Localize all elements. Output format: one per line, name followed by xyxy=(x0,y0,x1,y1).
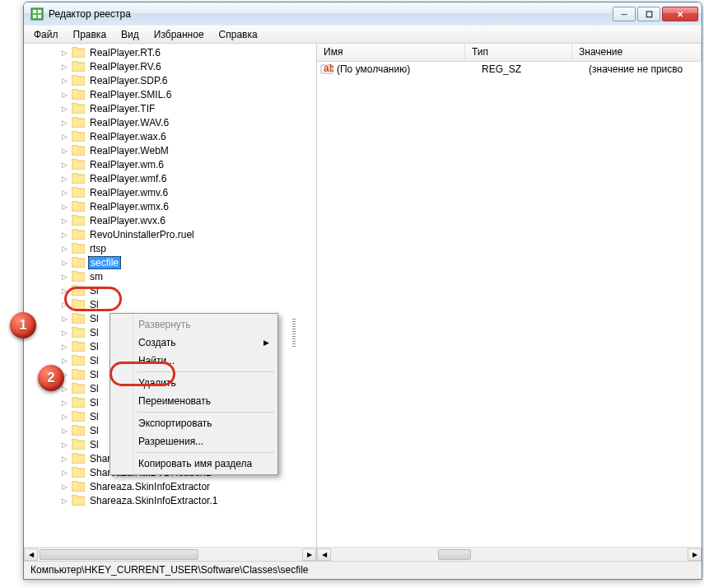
close-button[interactable]: ✕ xyxy=(662,7,698,21)
tree-item[interactable]: ▷RealPlayer.wm.6 xyxy=(27,157,316,171)
value-row-default[interactable]: ab (По умолчанию) REG_SZ (значение не пр… xyxy=(317,62,702,77)
menu-favorites[interactable]: Избранное xyxy=(147,27,211,42)
expand-icon[interactable]: ▷ xyxy=(60,441,68,449)
expand-icon[interactable]: ▷ xyxy=(60,217,68,225)
tree-item-label[interactable]: RevoUninstallerPro.ruel xyxy=(88,229,196,240)
tree-item-label[interactable]: Sl xyxy=(88,341,100,352)
ctx-export[interactable]: Экспортировать xyxy=(112,414,276,432)
tree-item[interactable]: ▷RealPlayer.SDP.6 xyxy=(27,73,316,87)
tree-item-label[interactable]: RealPlayer.RV.6 xyxy=(88,61,163,72)
tree-item-label[interactable]: RealPlayer.WebM xyxy=(88,145,170,156)
expand-icon[interactable]: ▷ xyxy=(60,63,68,71)
column-value[interactable]: Значение xyxy=(572,44,702,61)
ctx-rename[interactable]: Переименовать xyxy=(112,392,276,410)
expand-icon[interactable]: ▷ xyxy=(60,357,68,365)
ctx-create[interactable]: Создать▶ xyxy=(112,334,276,352)
menu-help[interactable]: Справка xyxy=(212,27,264,42)
expand-icon[interactable]: ▷ xyxy=(60,105,68,113)
expand-icon[interactable]: ▷ xyxy=(60,315,68,323)
tree-item-label[interactable]: Sl xyxy=(88,313,100,324)
ctx-find[interactable]: Найти... xyxy=(112,352,276,370)
tree-item-label[interactable]: RealPlayer.wvx.6 xyxy=(88,215,167,226)
tree-item-label[interactable]: Sl xyxy=(88,327,100,338)
expand-icon[interactable]: ▷ xyxy=(60,175,68,183)
expand-icon[interactable]: ▷ xyxy=(60,273,68,281)
expand-icon[interactable]: ▷ xyxy=(60,231,68,239)
maximize-button[interactable]: ☐ xyxy=(637,7,660,21)
expand-icon[interactable]: ▷ xyxy=(60,133,68,141)
ctx-delete[interactable]: Удалить xyxy=(112,374,276,392)
expand-icon[interactable]: ▷ xyxy=(60,77,68,85)
expand-icon[interactable]: ▷ xyxy=(60,49,68,57)
tree-item[interactable]: ▷RealPlayer.wax.6 xyxy=(27,129,316,143)
expand-icon[interactable]: ▷ xyxy=(60,91,68,99)
tree-item[interactable]: ▷Sl xyxy=(27,297,316,311)
column-type[interactable]: Тип xyxy=(465,44,572,61)
tree-item-label[interactable]: Sl xyxy=(88,411,100,422)
expand-icon[interactable]: ▷ xyxy=(60,287,68,295)
tree-item[interactable]: ▷secfile xyxy=(27,255,316,269)
tree-item[interactable]: ▷RealPlayer.TIF xyxy=(27,101,316,115)
expand-icon[interactable]: ▷ xyxy=(60,343,68,351)
tree-item[interactable]: ▷Shareaza.SkinInfoExtractor xyxy=(27,479,316,493)
scroll-left-button[interactable]: ◀ xyxy=(317,548,331,561)
minimize-button[interactable]: ─ xyxy=(613,7,636,21)
tree-item[interactable]: ▷RealPlayer.wmf.6 xyxy=(27,171,316,185)
expand-icon[interactable]: ▷ xyxy=(60,259,68,267)
menu-view[interactable]: Вид xyxy=(114,27,146,42)
expand-icon[interactable]: ▷ xyxy=(60,497,68,505)
tree-item-label[interactable]: RealPlayer.wmf.6 xyxy=(88,173,168,184)
tree-item-label[interactable]: RealPlayer.SDP.6 xyxy=(88,75,170,86)
menu-file[interactable]: Файл xyxy=(27,27,65,42)
tree-item-label[interactable]: Shareaza.SkinInfoExtractor.1 xyxy=(88,495,219,506)
tree-hscrollbar[interactable]: ◀ ▶ xyxy=(24,547,316,561)
expand-icon[interactable]: ▷ xyxy=(60,329,68,337)
expand-icon[interactable]: ▷ xyxy=(60,245,68,253)
tree-item-label[interactable]: Shareaza.SkinInfoExtractor xyxy=(88,481,212,492)
tree-item-label[interactable]: Sl xyxy=(88,397,100,408)
expand-icon[interactable]: ▷ xyxy=(60,147,68,155)
scroll-right-button[interactable]: ▶ xyxy=(302,548,316,561)
splitter-handle[interactable] xyxy=(291,319,296,348)
expand-icon[interactable]: ▷ xyxy=(60,203,68,211)
tree-item-label[interactable]: RealPlayer.wmv.6 xyxy=(88,187,170,198)
tree-item[interactable]: ▷RealPlayer.SMIL.6 xyxy=(27,87,316,101)
tree-item-label[interactable]: Sl xyxy=(88,425,100,436)
tree-item-label[interactable]: RealPlayer.SMIL.6 xyxy=(88,89,173,100)
tree-item-label[interactable]: RealPlayer.wmx.6 xyxy=(88,201,170,212)
tree-item-label[interactable]: RealPlayer.RT.6 xyxy=(88,47,162,58)
titlebar[interactable]: Редактор реестра ─ ☐ ✕ xyxy=(24,2,702,26)
tree-item[interactable]: ▷Shareaza.SkinInfoExtractor.1 xyxy=(27,493,316,507)
scroll-thumb[interactable] xyxy=(438,549,471,560)
tree-item[interactable]: ▷rtsp xyxy=(27,241,316,255)
menu-edit[interactable]: Правка xyxy=(67,27,114,42)
tree-item-label[interactable]: rtsp xyxy=(88,243,108,254)
expand-icon[interactable]: ▷ xyxy=(60,119,68,127)
expand-icon[interactable]: ▷ xyxy=(60,301,68,309)
tree-item[interactable]: ▷Sl xyxy=(27,283,316,297)
scroll-track[interactable] xyxy=(38,548,302,561)
tree-item[interactable]: ▷RealPlayer.wmv.6 xyxy=(27,185,316,199)
expand-icon[interactable]: ▷ xyxy=(60,399,68,407)
tree-item-label[interactable]: Sl xyxy=(88,369,100,380)
tree-item-label[interactable]: secfile xyxy=(88,256,121,269)
tree-item-label[interactable]: Sl xyxy=(88,285,100,296)
tree-item[interactable]: ▷RealPlayer.WebM xyxy=(27,143,316,157)
tree-item-label[interactable]: RealPlayer.TIF xyxy=(88,103,156,114)
expand-icon[interactable]: ▷ xyxy=(60,189,68,197)
tree-item[interactable]: ▷RealPlayer.RV.6 xyxy=(27,59,316,73)
values-hscrollbar[interactable]: ◀ ▶ xyxy=(317,547,702,561)
tree-item-label[interactable]: Sl xyxy=(88,299,100,310)
scroll-thumb[interactable] xyxy=(40,549,198,560)
ctx-permissions[interactable]: Разрешения... xyxy=(112,432,276,450)
tree-item-label[interactable]: RealPlayer.wax.6 xyxy=(88,131,168,142)
tree-item-label[interactable]: Sl xyxy=(88,439,100,450)
expand-icon[interactable]: ▷ xyxy=(60,161,68,169)
tree-item[interactable]: ▷RealPlayer.wmx.6 xyxy=(27,199,316,213)
tree-item[interactable]: ▷RealPlayer.RT.6 xyxy=(27,45,316,59)
expand-icon[interactable]: ▷ xyxy=(60,469,68,477)
tree-item-label[interactable]: RealPlayer.WAV.6 xyxy=(88,117,170,128)
expand-icon[interactable]: ▷ xyxy=(60,427,68,435)
expand-icon[interactable]: ▷ xyxy=(60,455,68,463)
scroll-left-button[interactable]: ◀ xyxy=(24,548,38,561)
